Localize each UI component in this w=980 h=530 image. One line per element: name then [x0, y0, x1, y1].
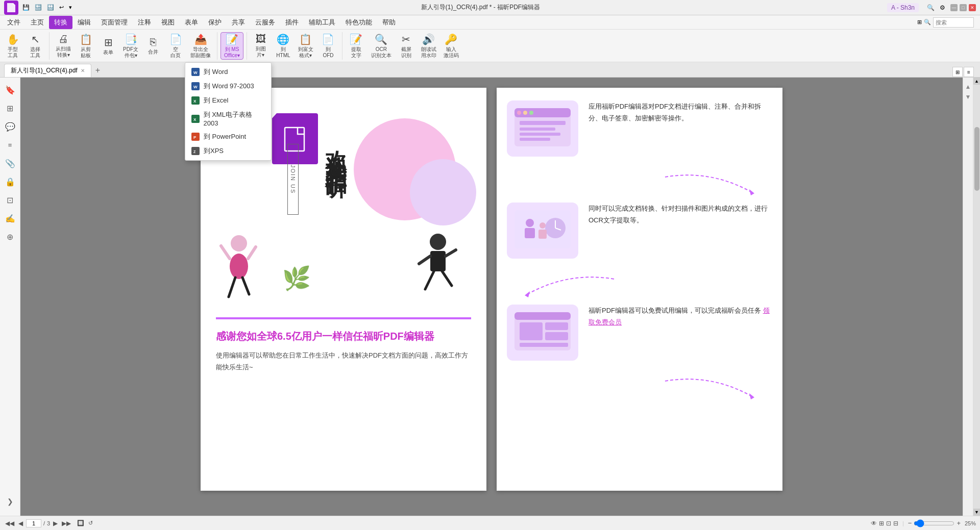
menu-comment[interactable]: 注释 — [133, 16, 156, 29]
menu-view[interactable]: 视图 — [156, 16, 180, 29]
sidebar-layers[interactable]: ≡ — [2, 137, 18, 153]
scroll-thumb[interactable] — [974, 127, 979, 191]
menu-protect[interactable]: 保护 — [203, 16, 227, 29]
zoom-out-button[interactable]: − — [908, 519, 912, 527]
prev-page-button[interactable]: ◀ — [17, 520, 24, 527]
dropdown-to-xps[interactable]: Z 到XPS — [185, 144, 271, 158]
next-page-button[interactable]: ▶ — [52, 520, 59, 527]
screenshot-button[interactable]: ✂ 截屏识别 — [396, 32, 417, 60]
menu-form[interactable]: 表单 — [180, 16, 203, 29]
sidebar-comments[interactable]: 💬 — [2, 118, 18, 135]
export-button[interactable]: 📤 导出全部副图像 — [187, 32, 214, 60]
first-page-button[interactable]: ◀◀ — [4, 520, 15, 527]
to-ofd-button[interactable]: 📄 到OFD — [317, 32, 339, 60]
dropdown-to-word97[interactable]: W 到 Word 97-2003 — [185, 79, 271, 93]
menu-home[interactable]: 主页 — [26, 16, 49, 29]
view-icon-2[interactable]: ⊞ — [879, 520, 884, 527]
activate-button[interactable]: 🔑 输入激活码 — [440, 32, 462, 60]
select-tool-button[interactable]: ↖ 选择工具 — [24, 32, 46, 60]
hand-tools-group: ✋ 手型工具 ↖ 选择工具 — [2, 32, 50, 60]
read-aloud-button[interactable]: 🔊 朗读试用水印 — [418, 32, 439, 60]
vertical-scrollbar[interactable]: ▲ ▼ — [973, 78, 980, 516]
merge-button[interactable]: ⎘ 合并 — [142, 32, 164, 60]
sidebar-forms[interactable]: ⊡ — [2, 192, 18, 208]
grid-view-button[interactable]: ⊞ — [952, 67, 963, 77]
sidebar-attachments[interactable]: 📎 — [2, 155, 18, 171]
minimize-button[interactable]: — — [950, 4, 958, 11]
menu-features[interactable]: 特色功能 — [340, 16, 377, 29]
merge-icon: ⎘ — [150, 36, 156, 48]
table-button[interactable]: ⊞ 表单 — [97, 32, 119, 60]
search-icon[interactable]: 🔍 — [927, 4, 935, 11]
dropdown-to-xml-excel[interactable]: X 到 XML电子表格2003 — [185, 108, 271, 130]
new-tab-button[interactable]: + — [91, 64, 104, 77]
svg-rect-18 — [520, 121, 566, 125]
current-page-input[interactable] — [26, 519, 41, 527]
menu-tools[interactable]: 辅助工具 — [304, 16, 340, 29]
svg-text:Z: Z — [193, 150, 196, 154]
menu-help[interactable]: 帮助 — [377, 16, 401, 29]
view-icon-1[interactable]: 👁 — [871, 520, 877, 527]
view-icons-group: ⊞ ≡ — [952, 67, 974, 77]
to-html-button[interactable]: 🌐 到HTML — [273, 32, 294, 60]
extract-text-button[interactable]: 📝 提取文字 — [346, 32, 367, 60]
zoom-slider[interactable] — [914, 519, 954, 527]
close-button[interactable]: ✕ — [969, 4, 976, 11]
ms-office-dropdown: W 到 Word W 到 Word 97-2003 X 到 Excel X 到 … — [185, 62, 272, 161]
rotate-button[interactable]: ↺ — [87, 520, 94, 526]
last-page-button[interactable]: ▶▶ — [61, 520, 72, 527]
menu-share[interactable]: 共享 — [227, 16, 250, 29]
maximize-button[interactable]: □ — [960, 4, 967, 11]
window-title: 新人引导(1)_OCR(4).pdf * - 福昕PDF编辑器 — [74, 3, 887, 12]
search-field[interactable] — [933, 17, 974, 28]
sidebar-more[interactable]: ⊕ — [2, 229, 18, 245]
scroll-down-button[interactable]: ▼ — [973, 509, 981, 516]
layout-icon[interactable]: ⊞ — [917, 19, 922, 26]
blank-page-button[interactable]: 📄 空白页 — [165, 32, 186, 60]
feature-icon-area-3 — [507, 305, 578, 361]
to-ms-office-button[interactable]: 📝 到 MSOffice▾ — [220, 32, 243, 60]
menu-cloud[interactable]: 云服务 — [250, 16, 280, 29]
feature-desc-2: 同时可以完成文档转换、针对扫描件和图片构成的文档，进行OCR文字提取等。 — [589, 203, 772, 226]
list-view-button[interactable]: ≡ — [964, 67, 974, 77]
to-rich-button[interactable]: 📋 到富文格式▾ — [295, 32, 316, 60]
dropdown-to-excel[interactable]: X 到 Excel — [185, 93, 271, 108]
tab-pdf[interactable]: 新人引导(1)_OCR(4).pdf ✕ — [4, 64, 91, 77]
dropdown-to-word[interactable]: W 到 Word — [185, 65, 271, 79]
menu-plugin[interactable]: 插件 — [280, 16, 304, 29]
account-badge[interactable]: A - Sh3n — [887, 3, 919, 12]
xps-icon: Z — [191, 147, 200, 155]
pdf-icon: 📑 — [125, 33, 137, 45]
pdf-package-button[interactable]: 📑 PDF文件包▾ — [120, 32, 141, 60]
sidebar-security[interactable]: 🔒 — [2, 173, 18, 190]
zoom-in-button[interactable]: + — [957, 519, 961, 527]
settings-icon[interactable]: ⚙ — [940, 4, 945, 11]
right-sidebar: ▲ ▼ — [963, 78, 973, 516]
sidebar-sign[interactable]: ✍ — [2, 210, 18, 226]
sidebar-bookmark[interactable]: 🔖 — [2, 82, 18, 98]
view-icon-3[interactable]: ⊡ — [886, 520, 891, 527]
to-image-button[interactable]: 🖼 到图片▾ — [250, 32, 272, 60]
scan-convert-button[interactable]: 🖨 从扫描转换▾ — [53, 32, 74, 60]
feature-desc-3: 福昕PDF编辑器可以免费试用编辑，可以完成福昕会员任务 领取免费会员 — [589, 305, 772, 329]
word97-icon: W — [191, 82, 200, 90]
tab-close-icon[interactable]: ✕ — [81, 68, 85, 73]
sidebar-expand-button[interactable]: ❯ — [2, 493, 18, 510]
page-bottom-content: 感谢您如全球6.5亿用户一样信任福昕PDF编辑器 使用编辑器可以帮助您在日常工作… — [201, 319, 486, 384]
dropdown-to-powerpoint[interactable]: P 到 PowerPoint — [185, 130, 271, 144]
rich-icon: 📋 — [299, 33, 312, 45]
fit-page-button[interactable]: 🔲 — [76, 520, 85, 526]
ocr-button[interactable]: 🔍 OCR识别文本 — [368, 32, 395, 60]
clipboard-button[interactable]: 📋 从剪贴板 — [75, 32, 96, 60]
scroll-track[interactable] — [973, 85, 981, 509]
menu-convert[interactable]: 转换 — [49, 16, 72, 29]
menu-file[interactable]: 文件 — [2, 16, 26, 29]
hand-tool-button[interactable]: ✋ 手型工具 — [2, 32, 23, 60]
scroll-up-button[interactable]: ▲ — [973, 78, 981, 85]
search-menu-icon[interactable]: 🔍 — [924, 19, 931, 26]
sidebar-pages[interactable]: ⊞ — [2, 100, 18, 116]
menu-page-org[interactable]: 页面管理 — [96, 16, 133, 29]
menu-edit[interactable]: 编辑 — [72, 16, 96, 29]
view-icon-4[interactable]: ⊟ — [893, 520, 898, 527]
key-icon: 🔑 — [445, 33, 457, 45]
